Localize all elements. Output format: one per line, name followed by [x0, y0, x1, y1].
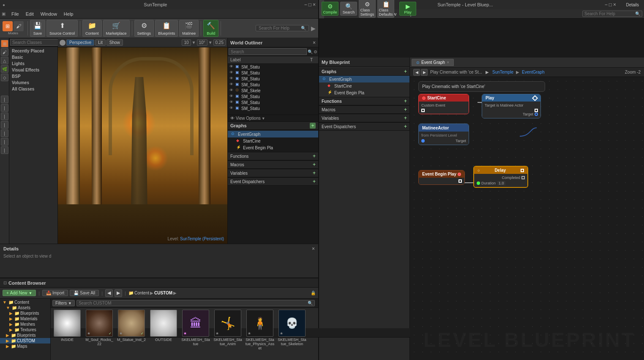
- all-classes-section[interactable]: All Classes: [9, 86, 57, 92]
- snap-icon-2[interactable]: |: [1, 104, 8, 112]
- matinee-button[interactable]: 🎬 Matinee: [179, 20, 199, 37]
- show-btn[interactable]: Show: [106, 39, 123, 46]
- left-close-btn[interactable]: ×: [313, 2, 316, 8]
- snap-icon-7[interactable]: |: [1, 146, 8, 154]
- folder-custom[interactable]: ▶ 📁 CUSTOM: [0, 338, 50, 344]
- snap-icon-4[interactable]: |: [1, 121, 8, 129]
- blueprints-button[interactable]: 📋 Blueprints: [155, 20, 178, 37]
- folder-maps[interactable]: ▶ 📁 Maps: [0, 344, 50, 349]
- volumes-section[interactable]: Volumes: [9, 80, 57, 86]
- folder-materials[interactable]: ▶ 📁 Materials: [0, 316, 50, 322]
- outliner-item-4[interactable]: 👁 ▣ SM_Statu: [228, 82, 318, 88]
- menu-help-left[interactable]: Help: [60, 11, 77, 17]
- paint-mode-btn[interactable]: 🖌: [14, 21, 24, 31]
- delay-node[interactable]: ○ Delay Completed: [473, 166, 528, 188]
- left-search-box[interactable]: 🔍: [256, 25, 309, 31]
- asset-search-box[interactable]: 🔍: [76, 300, 315, 306]
- snap-icon-1[interactable]: |: [1, 96, 8, 103]
- add-new-button[interactable]: + Add New ▼: [3, 290, 36, 296]
- visual-effects-section[interactable]: Visual Effects: [9, 67, 57, 73]
- my-event-graph[interactable]: ⊙ EventGraph: [319, 76, 409, 82]
- bp-play-button[interactable]: ▶ Play: [399, 2, 416, 16]
- variables-add-btn[interactable]: +: [313, 170, 316, 176]
- import-button[interactable]: 📥 Import: [42, 290, 68, 296]
- bp-back-btn[interactable]: ◀: [413, 69, 420, 76]
- view-options-bar[interactable]: 👁 View Options ▼: [228, 115, 318, 122]
- save-button[interactable]: 💾 Save: [30, 20, 45, 37]
- my-graphs-add[interactable]: +: [404, 69, 407, 74]
- cb-forward-btn[interactable]: ▶: [115, 289, 122, 297]
- asset-soul-rocks[interactable]: ★ ✓ M_Soul_Rocks_22: [85, 310, 114, 346]
- asset-skelmesh-physics[interactable]: 🧍 ★ SKELMESH_Statue_Physics_Asset: [245, 310, 275, 350]
- foliage-mode-icon[interactable]: 🌿: [1, 65, 8, 73]
- my-start-cine[interactable]: ◆ StartCine: [319, 82, 409, 89]
- snap-icon-6[interactable]: |: [1, 138, 8, 146]
- menu-window-left[interactable]: Window: [37, 11, 60, 17]
- folder-blueprints-2[interactable]: ▶ 📁 Blueprints: [0, 333, 50, 338]
- filters-button[interactable]: Filters ▼: [52, 300, 75, 306]
- menu-edit-left[interactable]: Edit: [22, 11, 37, 17]
- matinee-actor-node[interactable]: MatineeActor from Persistent Level Targe…: [418, 124, 469, 145]
- folder-content[interactable]: ▼ 📁 Content: [0, 300, 50, 305]
- menu-file-left[interactable]: File: [8, 11, 22, 17]
- outliner-settings-icon[interactable]: ⚙: [314, 49, 317, 54]
- right-close-btn[interactable]: ×: [613, 2, 616, 8]
- content-button[interactable]: 📁 Content: [82, 20, 102, 37]
- right-search-box[interactable]: 🔍: [582, 11, 642, 17]
- outliner-item-6[interactable]: 👁 ▣ SM_Statu: [228, 93, 318, 99]
- functions-add-btn[interactable]: +: [313, 153, 316, 159]
- compile-button[interactable]: ⚙ Compile: [322, 2, 338, 16]
- lit-btn[interactable]: Lit: [95, 39, 106, 46]
- lights-section[interactable]: Lights: [9, 60, 57, 67]
- left-min-btn[interactable]: −: [304, 2, 307, 8]
- outliner-item-2[interactable]: 👁 ▣ SM_Statu: [228, 70, 318, 76]
- snap-rotate[interactable]: 10°: [197, 39, 207, 46]
- folder-blueprints[interactable]: ▶ 📁 Blueprints: [0, 311, 50, 316]
- class-settings-button[interactable]: ⚙ Class Settings: [359, 0, 376, 18]
- left-search-input[interactable]: [259, 26, 301, 30]
- snap-translate[interactable]: 10: [182, 39, 191, 46]
- bp-bread-event-graph[interactable]: EventGraph: [522, 70, 544, 74]
- my-variables-add[interactable]: +: [404, 115, 407, 121]
- asset-search-input[interactable]: [79, 301, 308, 305]
- outliner-item-3[interactable]: 👁 ▣ SM_Statu: [228, 76, 318, 82]
- event-graph-item[interactable]: ⊙ EventGraph: [228, 131, 318, 137]
- save-all-button[interactable]: 💾 Save All: [70, 290, 99, 296]
- right-search-input[interactable]: [584, 11, 635, 16]
- my-macros-add[interactable]: +: [404, 107, 407, 113]
- event-graph-tab[interactable]: ⊙ Event Graph ×: [412, 59, 454, 66]
- eg-tab-close[interactable]: ×: [447, 60, 449, 65]
- basic-section[interactable]: Basic: [9, 54, 57, 60]
- settings-button[interactable]: ⚙ Settings: [134, 20, 154, 37]
- asset-skelmesh-anim[interactable]: 🤸 ★ SKELMESH_Statue_Anim: [213, 310, 243, 346]
- my-dispatchers-add[interactable]: +: [404, 124, 407, 129]
- event-begin-play-item[interactable]: ⚡ Event Begin Pla: [228, 144, 318, 151]
- outliner-item-1[interactable]: 👁 ▣ SM_Statu: [228, 64, 318, 70]
- paint-mode-icon[interactable]: 🖌: [1, 48, 8, 56]
- asset-skelmesh-statue[interactable]: 🏛 ★ SKELMESH_Statue: [181, 310, 210, 346]
- play-node[interactable]: Play Target is Matinee Actor Target: [482, 94, 541, 118]
- toolbar-expand-btn[interactable]: ▶: [311, 25, 316, 32]
- start-cine-node[interactable]: StartCine Custom Event: [418, 94, 469, 114]
- viewport-lock-btn[interactable]: [60, 40, 65, 46]
- left-max-btn[interactable]: □: [308, 2, 311, 8]
- my-event-begin-play[interactable]: ⚡ Event Begin Pla: [319, 89, 409, 96]
- start-cine-item[interactable]: ◆ StartCine: [228, 137, 318, 144]
- bp-forward-btn[interactable]: ▶: [421, 69, 428, 76]
- recently-placed-section[interactable]: Recently Placed: [9, 48, 57, 54]
- graphs-add-btn[interactable]: +: [310, 123, 316, 129]
- right-max-btn[interactable]: □: [609, 2, 612, 8]
- right-min-btn[interactable]: −: [605, 2, 608, 8]
- folder-textures[interactable]: ▶ 📁 Textures: [0, 327, 50, 333]
- outliner-item-5[interactable]: 👁 ☉ SM_Skele: [228, 88, 318, 93]
- build-button[interactable]: 🔨 Build: [203, 20, 218, 37]
- outliner-item-8[interactable]: 👁 ▣ SM_Statu: [228, 105, 318, 111]
- geometry-mode-icon[interactable]: ◇: [1, 74, 8, 81]
- marketplace-button[interactable]: 🛒 Marketplace: [103, 20, 130, 37]
- cb-path-custom[interactable]: CUSTOM: [154, 291, 172, 295]
- outliner-search-input[interactable]: [229, 48, 307, 55]
- delay-duration-val[interactable]: 1.0: [497, 181, 505, 185]
- outliner-item-7[interactable]: 👁 ▣ SM_Statu: [228, 99, 318, 105]
- macros-add-btn[interactable]: +: [313, 162, 316, 168]
- folder-assets[interactable]: ▼ 📁 Assets: [0, 305, 50, 311]
